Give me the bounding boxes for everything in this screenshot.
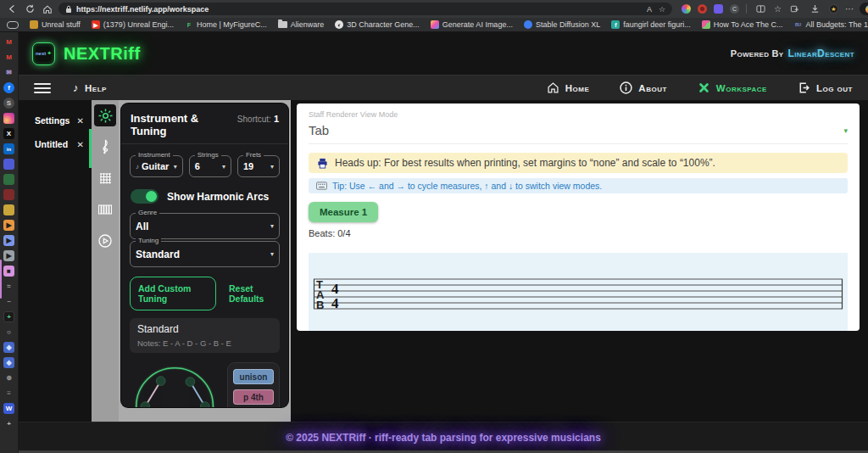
rail-frets-tool[interactable] bbox=[94, 199, 116, 221]
tuning-select[interactable]: Tuning Standard ▾ bbox=[130, 241, 280, 267]
purple-extension-icon[interactable] bbox=[714, 4, 723, 14]
bookmark-item[interactable]: ▶(1379) Unreal Engi... bbox=[92, 20, 174, 29]
green-app-icon[interactable] bbox=[3, 174, 14, 185]
facebook-icon[interactable]: f bbox=[3, 82, 14, 93]
blue-play-icon[interactable]: ▶ bbox=[3, 235, 14, 246]
new-tab-icon[interactable]: + bbox=[3, 418, 14, 429]
bookmark-item[interactable]: ◐3D Character Gene... bbox=[335, 20, 420, 29]
red-extension-icon[interactable] bbox=[698, 4, 707, 14]
svg-text:B: B bbox=[316, 299, 324, 311]
bookmark-item[interactable]: ffaungirl deer figuri... bbox=[611, 20, 691, 29]
instrument-select[interactable]: Instrument ♪ Guitar ▾ bbox=[130, 155, 183, 177]
nav-home[interactable]: Home bbox=[547, 81, 590, 94]
chevron-down-icon: ▾ bbox=[270, 163, 274, 171]
strings-select[interactable]: Strings 6 ▾ bbox=[189, 155, 231, 177]
refresh-icon[interactable] bbox=[23, 3, 36, 16]
gmail-icon-2[interactable]: M bbox=[3, 52, 14, 63]
view-mode-select[interactable]: Tab ▾ bbox=[309, 123, 848, 144]
measure-1-button[interactable]: Measure 1 bbox=[309, 202, 378, 222]
address-bar[interactable]: https://nextriff.netlify.app/workspace A… bbox=[58, 3, 672, 15]
star-extension-icon[interactable]: ★ bbox=[829, 4, 838, 14]
read-aloud-icon[interactable]: A bbox=[647, 5, 652, 14]
sidebar-active-indicator bbox=[0, 260, 2, 299]
gray-app-icon[interactable]: S bbox=[3, 98, 14, 109]
tab-settings[interactable]: Settings ✕ bbox=[19, 109, 92, 132]
download-icon[interactable] bbox=[809, 3, 822, 16]
bookmark-item[interactable]: FHome | MyFigureC... bbox=[185, 20, 267, 29]
add-custom-tuning-button[interactable]: Add Custom Tuning bbox=[130, 277, 216, 310]
menu-icon[interactable] bbox=[34, 83, 51, 93]
globe-icon[interactable]: ⊕ bbox=[3, 372, 14, 383]
github-icon[interactable]: ○ bbox=[3, 327, 14, 338]
waves-icon[interactable]: ~ bbox=[3, 296, 14, 307]
bookmark-item[interactable]: Unreal stuff bbox=[30, 20, 81, 29]
rail-grid-tool[interactable] bbox=[94, 167, 116, 189]
frets-select[interactable]: Frets 19 ▾ bbox=[237, 155, 280, 177]
bookmark-item[interactable]: Stable Diffusion XL bbox=[524, 20, 600, 29]
bookmark-item[interactable]: BUAll Budgets: The 1... bbox=[794, 20, 868, 29]
favicon bbox=[431, 20, 439, 29]
tuning-notes: Notes: E - A - D - G - B - E bbox=[137, 338, 272, 348]
linkedin-icon[interactable]: in bbox=[3, 143, 14, 154]
gray-play-icon[interactable]: ▶ bbox=[3, 250, 14, 261]
tab-untitled[interactable]: Untitled ✕ bbox=[19, 132, 92, 156]
add-tile-icon[interactable]: + bbox=[3, 311, 14, 322]
indigo-app-icon[interactable] bbox=[3, 159, 14, 170]
keyboard-icon bbox=[316, 182, 327, 190]
close-icon[interactable]: ✕ bbox=[77, 116, 84, 126]
nav-workspace[interactable]: Workspace bbox=[698, 81, 767, 94]
favicon: F bbox=[185, 20, 193, 29]
red-app-icon[interactable] bbox=[3, 189, 14, 200]
folder-icon bbox=[278, 21, 287, 28]
blue-w-icon[interactable]: W bbox=[3, 403, 14, 414]
close-icon[interactable]: ✕ bbox=[77, 140, 84, 149]
reset-defaults-button[interactable]: Reset Defaults bbox=[229, 283, 280, 304]
bookmark-item[interactable]: Alienware bbox=[278, 20, 325, 29]
help-button[interactable]: ♪ Help bbox=[73, 81, 107, 94]
favorite-star-icon[interactable]: ☆ bbox=[659, 5, 665, 14]
gold-app-icon[interactable] bbox=[3, 204, 14, 215]
lock-icon bbox=[65, 5, 72, 14]
blue-app-icon-2[interactable]: ◆ bbox=[3, 357, 14, 368]
gmail-icon[interactable]: M bbox=[3, 36, 14, 48]
nav-logout[interactable]: Log out bbox=[798, 81, 853, 94]
chevron-down-icon: ▾ bbox=[270, 222, 274, 230]
app-footer: © 2025 NEXTRiff · riff-ready tab parsing… bbox=[19, 422, 868, 453]
rail-playback-tool[interactable] bbox=[94, 230, 116, 252]
rail-tuning-tool[interactable] bbox=[94, 104, 116, 126]
browser-home-icon[interactable] bbox=[41, 3, 54, 16]
bookmark-item[interactable]: Generate AI Image... bbox=[431, 20, 513, 29]
violet-app-icon[interactable]: ■ bbox=[3, 266, 14, 277]
color-extension-icon[interactable] bbox=[682, 4, 691, 14]
nav-about[interactable]: About bbox=[620, 81, 666, 94]
nextriff-logo-icon[interactable]: next ✦ bbox=[32, 42, 55, 65]
split-screen-icon[interactable] bbox=[754, 3, 767, 16]
favorites-bar-icon[interactable]: ☆ bbox=[774, 4, 782, 14]
list-icon[interactable]: ≡ bbox=[3, 388, 14, 399]
collections-icon[interactable] bbox=[788, 3, 802, 16]
x-icon[interactable]: X bbox=[3, 128, 14, 139]
printer-icon bbox=[317, 158, 328, 169]
orange-play-icon[interactable]: ▶ bbox=[3, 220, 14, 231]
gray-extension-icon[interactable]: C bbox=[730, 4, 739, 14]
rail-clef-tool[interactable] bbox=[94, 136, 116, 158]
footer-text: © 2025 NEXTRiff · riff-ready tab parsing… bbox=[286, 432, 601, 444]
harmonic-arcs-toggle[interactable] bbox=[131, 189, 159, 204]
view-mode-label: Staff Renderer View Mode bbox=[309, 110, 848, 119]
back-icon[interactable] bbox=[5, 3, 19, 16]
bookmark-item[interactable]: How To Ace The C... bbox=[702, 20, 783, 29]
app-header: next ✦ NEXTRiff Powered By LinearDescent bbox=[19, 32, 868, 75]
mail-icon[interactable]: ✉ bbox=[3, 67, 14, 78]
genre-select[interactable]: Genre All ▾ bbox=[130, 213, 280, 239]
app-navbar: ♪ Help Home About Workspace Log bbox=[19, 75, 868, 100]
favicon bbox=[30, 20, 38, 29]
tab-staff-panel[interactable]: T A B 4 4 bbox=[309, 253, 848, 331]
blue-app-icon[interactable]: ◆ bbox=[3, 342, 14, 353]
more-menu-icon[interactable]: ··· bbox=[845, 4, 854, 14]
sidebar-toggle-icon[interactable] bbox=[7, 21, 19, 29]
instrument-tuning-card: Instrument & Tuning Shortcut:1 Instrumen… bbox=[121, 103, 288, 407]
chart-icon[interactable]: ≈ bbox=[3, 281, 14, 292]
chevron-down-icon: ▾ bbox=[174, 163, 177, 171]
instagram-icon[interactable] bbox=[3, 113, 14, 124]
chat-button[interactable]: Chat bbox=[860, 3, 868, 15]
